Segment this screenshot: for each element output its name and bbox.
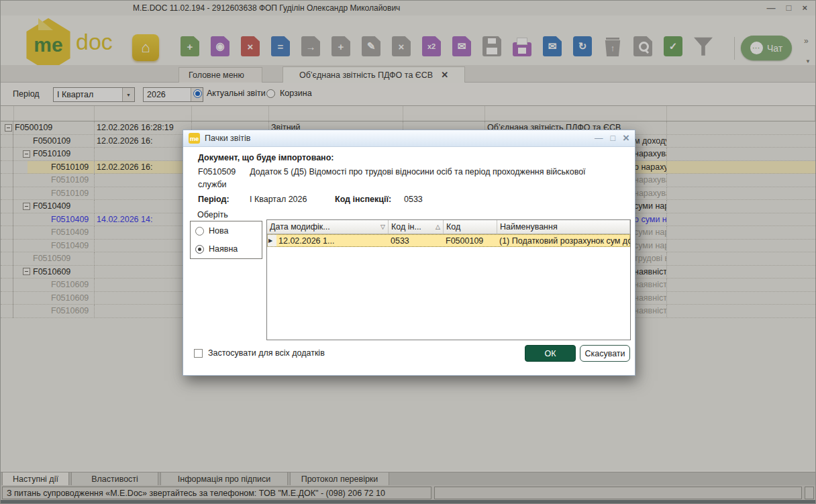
inspection-code-value: 0533	[404, 195, 423, 204]
apply-all-option[interactable]: Застосувати для всіх додатків	[194, 348, 325, 358]
grid-column-header[interactable]	[485, 106, 667, 121]
col-name[interactable]: Найменування	[497, 220, 630, 234]
radio-icon[interactable]	[195, 245, 204, 254]
send-mail-icon[interactable]: ✉	[452, 36, 471, 56]
bottom-tab-properties[interactable]: Властивості	[71, 472, 158, 485]
ok-button[interactable]: ОК	[525, 345, 576, 362]
receive-mail-icon[interactable]: ✉	[543, 36, 562, 56]
new-report-icon[interactable]: +	[181, 36, 199, 56]
save-icon[interactable]	[482, 36, 501, 56]
cancel-button[interactable]: Скасувати	[580, 345, 630, 362]
bottom-tab-signatures[interactable]: Інформація про підписи	[160, 472, 288, 485]
apply-all-label: Застосувати для всіх додатків	[208, 348, 325, 358]
package-date: 12.02.2026 1...	[276, 234, 389, 247]
chat-button[interactable]: ··· Чат	[741, 36, 792, 60]
toolbar-separator	[734, 37, 735, 60]
filter-icon[interactable]	[694, 36, 713, 56]
choose-label: Оберіть	[197, 210, 228, 219]
export-list-icon[interactable]: →	[301, 36, 320, 56]
radio-existing-package[interactable]: Наявна	[195, 244, 257, 254]
status-empty-panel	[434, 487, 802, 499]
radio-icon[interactable]	[266, 89, 275, 98]
sync-exchange-icon[interactable]: ↻	[573, 36, 592, 56]
grid-column-header[interactable]	[1, 106, 14, 121]
report-name: нарахування зар...	[634, 189, 667, 198]
toolbar-overflow-icon[interactable]: »	[804, 36, 809, 46]
grid-column-header[interactable]	[403, 106, 485, 121]
report-code: F0510409	[51, 228, 89, 237]
tab-close-icon[interactable]: ✕	[441, 70, 448, 80]
dialog-maximize-icon[interactable]: □	[611, 134, 616, 143]
remove-record-icon[interactable]: ×	[392, 36, 411, 56]
tree-expander-icon[interactable]	[23, 268, 30, 275]
package-name: (1) Податковий розрахунок сум доходу...	[497, 234, 630, 247]
search-document-icon[interactable]	[633, 36, 652, 56]
open-report-icon[interactable]: ◉	[211, 36, 230, 56]
modification-date: 14.02.2026 14:	[97, 215, 152, 224]
add-record-icon[interactable]: +	[332, 36, 350, 56]
copy-report-icon[interactable]: =	[271, 36, 290, 56]
report-name: суми нарахован...	[634, 201, 667, 211]
grid-column-header[interactable]	[667, 106, 815, 121]
tab-main-menu[interactable]: Головне меню	[178, 67, 262, 83]
import-document-description: F0510509 Додаток 5 (Д5) Відомості про тр…	[198, 166, 601, 191]
report-name: о суми нарахова...	[634, 215, 667, 224]
report-code: F0510609	[51, 293, 89, 303]
bottom-tab-check-protocol[interactable]: Протокол перевірки	[290, 472, 389, 485]
report-name: м доходу, нарах...	[634, 136, 667, 146]
col-inspection-code[interactable]: Код ін... △	[389, 220, 444, 234]
dialog-titlebar[interactable]: me Пачки звітів — □ ×	[183, 130, 635, 147]
tree-expander-icon[interactable]	[23, 150, 30, 158]
bottom-tab-next-actions[interactable]: Наступні дії	[2, 472, 69, 485]
report-name: наявність підста...	[634, 267, 667, 276]
radio-icon[interactable]	[195, 227, 204, 236]
inspection-code-label: Код інспекції:	[335, 195, 391, 204]
tree-expander-icon[interactable]	[5, 124, 12, 132]
period-label: Період	[13, 89, 40, 99]
edit-record-icon[interactable]: ✎	[362, 36, 380, 56]
verify-report-icon[interactable]: ✓	[664, 36, 682, 56]
grid-column-header[interactable]	[192, 106, 269, 121]
radio-trash[interactable]: Корзина	[266, 89, 312, 98]
window-controls: — □ ×	[767, 2, 807, 14]
package-choice-group: Нова Наявна	[190, 221, 262, 259]
dialog-minimize-icon[interactable]: —	[595, 134, 603, 143]
dialog-close-icon[interactable]: ×	[623, 134, 629, 143]
grid-column-header[interactable]	[95, 106, 192, 121]
col-date-modified[interactable]: Дата модифік... ▽	[267, 220, 389, 234]
minimize-icon[interactable]: —	[767, 2, 776, 14]
package-inspection-code: 0533	[389, 234, 444, 247]
window-bottom-edge	[1, 500, 815, 503]
main-toolbar: + ◉ × = → + ✎ ×	[181, 36, 713, 56]
grid-column-header[interactable]	[14, 106, 95, 121]
tree-expander-icon[interactable]	[23, 203, 30, 210]
restore-trash-icon[interactable]: ↑	[603, 36, 622, 56]
chat-label: Чат	[767, 43, 782, 54]
maximize-icon[interactable]: □	[786, 2, 792, 14]
import-document-label: Документ, що буде імпортовано:	[198, 153, 334, 162]
radio-icon[interactable]	[193, 89, 202, 98]
apply-all-checkbox[interactable]	[194, 349, 203, 358]
radio-new-package[interactable]: Нова	[195, 226, 257, 236]
grid-column-header[interactable]	[269, 106, 403, 121]
delete-report-icon[interactable]: ×	[241, 36, 260, 56]
dropdown-arrow-icon[interactable]: ▼	[122, 88, 134, 101]
tab-unified-reporting[interactable]: Об’єднана звітність ПДФО та ЄСВ ✕	[283, 66, 465, 83]
modification-date: 12.02.2026 16:28:19	[97, 123, 174, 132]
report-code: F0510409	[51, 215, 89, 224]
report-code: F0510609	[51, 306, 89, 315]
status-message: З питань супроводження «M.E.Doc» звертай…	[2, 487, 431, 499]
window-title: M.E.DOC 11.02.194 - 2912603638 ФОП Гуділ…	[133, 3, 400, 13]
report-code: F0510109	[51, 189, 89, 198]
report-code: F0510509	[33, 254, 70, 263]
home-button[interactable]: ⌂	[132, 34, 159, 61]
report-code: F0510409	[51, 241, 89, 250]
quarter-select[interactable]: І Квартал ▼	[53, 87, 135, 102]
col-code[interactable]: Код	[444, 220, 497, 234]
close-icon[interactable]: ×	[802, 2, 807, 14]
print-icon[interactable]	[513, 36, 531, 56]
duplicate-x2-icon[interactable]: x2	[422, 36, 441, 56]
toolbar-more-icon[interactable]: ▼	[805, 58, 811, 64]
package-row-selected[interactable]: ▶ 12.02.2026 1... 0533 F0500109 (1) Пода…	[267, 234, 630, 247]
radio-actual-reports[interactable]: Актуальні звіти	[193, 89, 266, 98]
